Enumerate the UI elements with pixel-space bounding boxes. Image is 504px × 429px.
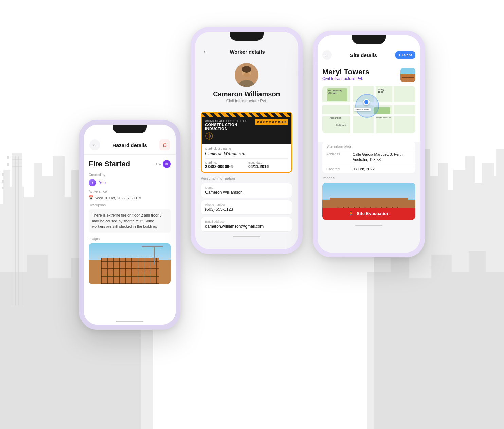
priority-label: LOW (154, 162, 161, 166)
address-row: Address Calle Garcia Marquez 3, Perth, A… (322, 150, 415, 165)
description-box: There is extreme fire on floor 2 and flo… (89, 209, 171, 233)
card-no-value: 23488-00909-4 (205, 164, 245, 169)
created-row: Created 03 Feb, 2022 (322, 165, 415, 173)
site-info-label: Site information (322, 142, 415, 150)
site-thumbnail (400, 68, 415, 82)
date-row: 📅 Wed 10 Oct, 2022, 7:30 PM (89, 195, 171, 200)
site-back-button[interactable]: ← (322, 50, 332, 60)
hazard-title: Fire Started (89, 160, 130, 168)
name-label: Name (205, 186, 288, 189)
calendar-icon: 📅 (89, 195, 93, 200)
phones-container: ← Hazard details Fire Started (0, 0, 504, 429)
worker-profile: Cameron Williamson Civil Infrastructure … (195, 60, 298, 109)
cardholder-label: Cardholder's name (205, 147, 288, 150)
created-value: 03 Feb, 2022 (353, 167, 375, 171)
address-value: Calle Garcia Marquez 3, Perth, Australia… (353, 152, 411, 163)
you-link[interactable]: You (99, 180, 106, 185)
site-company: Civil Infrastructure Pvt. (322, 76, 370, 81)
worker-avatar (235, 63, 258, 87)
site-content: Meryl Towers Civil Infrastructure Pvt. (318, 63, 420, 142)
evacuation-icon: 🏃 (348, 211, 354, 217)
induction-body: WORK HEALTH AND SAFETY CONSTRUCTION INDU… (202, 117, 291, 144)
delete-button[interactable] (159, 139, 170, 150)
issue-date-value: 04/11/2016 (248, 164, 288, 169)
site-header-title: Site details (350, 52, 377, 58)
card-no-label: Card no. (205, 161, 245, 164)
map[interactable]: The Universityof Sydney SurryHills Alexa… (322, 86, 415, 133)
phone-label: Phone number (205, 203, 288, 206)
phone-2: ← Worker details (191, 27, 303, 254)
worker-back-button[interactable]: ← (201, 47, 210, 56)
phone-1: ← Hazard details Fire Started (79, 120, 180, 330)
svg-point-62 (243, 73, 250, 77)
address-label: Address (326, 152, 348, 163)
hazard-header-title: Hazard details (112, 142, 147, 148)
induction-card: WORK HEALTH AND SAFETY CONSTRUCTION INDU… (201, 112, 292, 173)
priority-badge: LOW (154, 160, 171, 168)
images-label: Images (89, 237, 171, 241)
name-field: Name Cameron Williamson (201, 183, 292, 198)
induction-strip (202, 113, 291, 117)
qld-badge: QUEENSLAND (255, 119, 288, 125)
evacuation-overlay[interactable]: 🏃 Site Evacuation (322, 208, 415, 220)
created-label: Created (326, 167, 348, 171)
worker-company: Civil Infrastructure Pvt. (226, 99, 267, 104)
cardholder-value: Cameron Williamson (205, 151, 288, 156)
name-value: Cameron Williamson (205, 190, 288, 195)
hazard-image (89, 243, 171, 284)
site-images-section: Images (322, 176, 415, 220)
created-by-label: Created by (89, 173, 171, 177)
phone-field: Phone number (603) 555-0123 (201, 200, 292, 215)
active-since-label: Active since (89, 190, 171, 193)
email-value: cameron.williamson@gmail.com (205, 224, 288, 229)
priority-dot (163, 160, 171, 168)
worker-header-title: Worker details (210, 49, 284, 55)
map-meryl-label: Meryl Towers (354, 108, 371, 111)
worker-name: Cameron Williamson (213, 90, 280, 98)
email-field: Email address cameron.williamson@gmail.c… (201, 217, 292, 232)
svg-point-61 (242, 66, 251, 73)
evacuation-text: Site Evacuation (357, 211, 390, 216)
site-info-card: Site information Address Calle Garcia Ma… (322, 142, 415, 173)
phone-3: ← Site details + Event Meryl Towers Civi… (313, 31, 425, 257)
back-button[interactable]: ← (89, 139, 100, 150)
induction-big-text: CONSTRUCTION INDUCTION (205, 123, 253, 131)
site-images-label: Images (322, 176, 415, 180)
personal-info-section: Personal information Name Cameron Willia… (201, 176, 292, 232)
phone-value: (603) 555-0123 (205, 207, 288, 212)
user-avatar: Y (89, 179, 96, 186)
created-by-row: Y You (89, 179, 171, 186)
personal-info-title: Personal information (201, 176, 292, 180)
email-label: Email address (205, 220, 288, 223)
site-image: 🏃 Site Evacuation (322, 183, 415, 220)
induction-small-text: WORK HEALTH AND SAFETY (205, 119, 253, 123)
description-label: Description (89, 203, 171, 207)
active-since-value: Wed 10 Oct, 2022, 7:30 PM (95, 196, 142, 200)
site-name: Meryl Towers (322, 68, 370, 76)
issue-date-label: Issue date (248, 161, 288, 164)
event-button[interactable]: + Event (395, 51, 415, 59)
